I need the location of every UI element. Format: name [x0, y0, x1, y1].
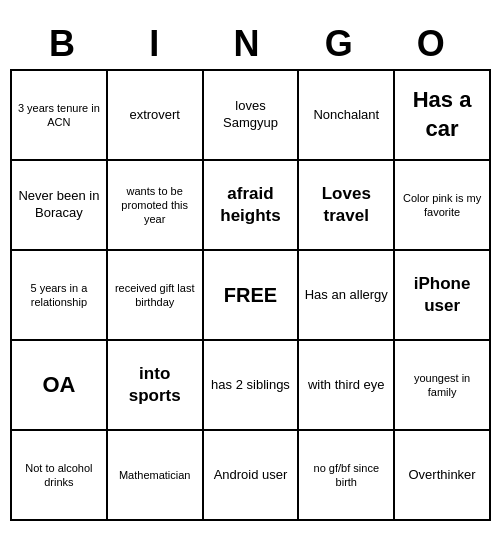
bingo-cell: OA — [12, 341, 108, 431]
bingo-cell: 5 years in a relationship — [12, 251, 108, 341]
bingo-cell: Has an allergy — [299, 251, 395, 341]
bingo-cell: received gift last birthday — [108, 251, 204, 341]
bingo-cell: iPhone user — [395, 251, 491, 341]
bingo-cell: into sports — [108, 341, 204, 431]
bingo-cell: wants to be promoted this year — [108, 161, 204, 251]
bingo-grid: 3 years tenure in ACNextrovertloves Samg… — [10, 69, 491, 521]
bingo-cell: loves Samgyup — [204, 71, 300, 161]
bingo-cell: youngest in family — [395, 341, 491, 431]
bingo-cell: Mathematician — [108, 431, 204, 521]
bingo-cell: Loves travel — [299, 161, 395, 251]
bingo-cell: has 2 siblings — [204, 341, 300, 431]
title-letter: B — [26, 23, 106, 65]
bingo-title: BINGO — [10, 23, 491, 65]
bingo-cell: Has a car — [395, 71, 491, 161]
bingo-cell: no gf/bf since birth — [299, 431, 395, 521]
title-letter: N — [210, 23, 290, 65]
title-letter: G — [303, 23, 383, 65]
bingo-cell: FREE — [204, 251, 300, 341]
bingo-cell: Color pink is my favorite — [395, 161, 491, 251]
bingo-cell: afraid heights — [204, 161, 300, 251]
bingo-card: BINGO 3 years tenure in ACNextrovertlove… — [0, 13, 501, 531]
bingo-cell: Android user — [204, 431, 300, 521]
bingo-cell: 3 years tenure in ACN — [12, 71, 108, 161]
bingo-cell: Overthinker — [395, 431, 491, 521]
bingo-cell: Not to alcohol drinks — [12, 431, 108, 521]
bingo-cell: Never been in Boracay — [12, 161, 108, 251]
title-letter: O — [395, 23, 475, 65]
title-letter: I — [118, 23, 198, 65]
bingo-cell: with third eye — [299, 341, 395, 431]
bingo-cell: extrovert — [108, 71, 204, 161]
bingo-cell: Nonchalant — [299, 71, 395, 161]
